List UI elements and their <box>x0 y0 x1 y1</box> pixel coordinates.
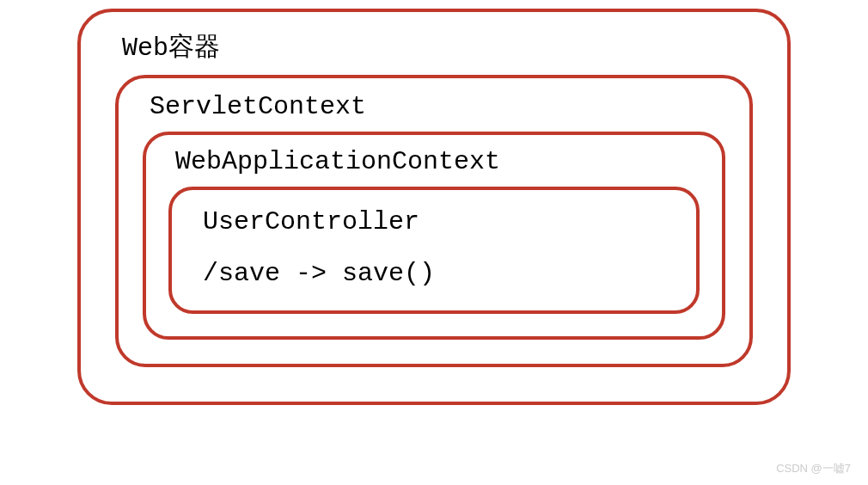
servlet-context-box: ServletContext WebApplicationContext Use… <box>115 75 753 367</box>
web-application-context-label: WebApplicationContext <box>175 147 700 176</box>
servlet-context-label: ServletContext <box>150 92 725 121</box>
web-application-context-box: WebApplicationContext UserController /sa… <box>143 132 725 340</box>
web-container-label: Web容器 <box>122 29 753 64</box>
web-container-box: Web容器 ServletContext WebApplicationConte… <box>77 9 791 405</box>
mapping-label: /save -> save() <box>203 259 672 288</box>
user-controller-label: UserController <box>203 207 672 236</box>
user-controller-box: UserController /save -> save() <box>168 187 700 314</box>
watermark-text: CSDN @一嘘7 <box>776 461 851 476</box>
